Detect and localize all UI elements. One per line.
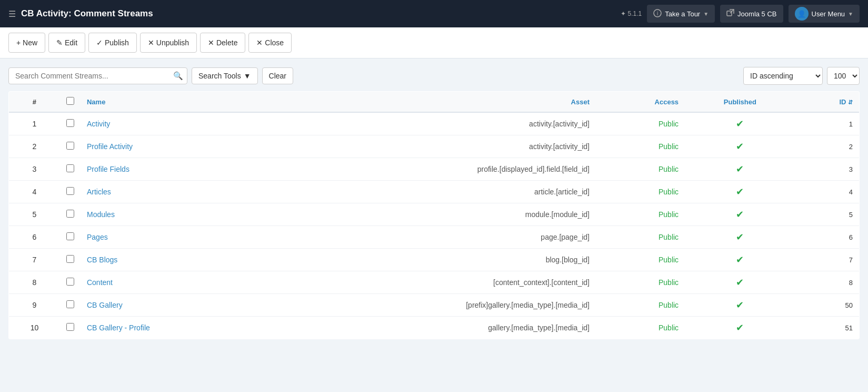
access-badge: Public	[659, 188, 679, 196]
row-id-cell: 50	[795, 294, 860, 317]
row-checkbox[interactable]	[66, 164, 74, 172]
publish-button[interactable]: ✓ Publish	[88, 33, 137, 53]
row-published-cell: ✔	[685, 181, 795, 203]
row-name-link[interactable]: Pages	[87, 233, 108, 241]
edit-button[interactable]: ✎ Edit	[48, 33, 85, 53]
col-checkbox-all[interactable]	[60, 92, 81, 113]
row-name-cell: Pages	[81, 226, 265, 249]
row-published-cell: ✔	[685, 249, 795, 271]
search-tools-button[interactable]: Search Tools ▼	[192, 67, 258, 84]
row-id-cell: 1	[795, 112, 860, 135]
row-num: 2	[9, 135, 60, 158]
row-name-link[interactable]: CB Gallery	[87, 301, 123, 309]
row-name-link[interactable]: CB Blogs	[87, 256, 117, 264]
take-a-tour-button[interactable]: i Take a Tour ▼	[647, 5, 715, 23]
row-id-value: 4	[849, 188, 853, 196]
row-checkbox-cell[interactable]	[60, 135, 81, 158]
row-name-link[interactable]: Profile Activity	[87, 142, 133, 151]
row-num: 3	[9, 158, 60, 181]
col-published-header[interactable]: Published	[685, 92, 795, 113]
sort-select[interactable]: ID ascendingID descendingName ascendingN…	[743, 67, 823, 85]
row-num: 5	[9, 203, 60, 226]
row-asset-cell: profile.[displayed_id].field.[field_id]	[265, 158, 596, 181]
published-check-icon: ✔	[736, 322, 744, 333]
row-access-cell: Public	[596, 112, 685, 135]
row-checkbox[interactable]	[66, 278, 74, 286]
col-access-header[interactable]: Access	[596, 92, 685, 113]
row-name-link[interactable]: Activity	[87, 120, 110, 128]
row-name-link[interactable]: CB Gallery - Profile	[87, 324, 150, 332]
row-name-cell: Activity	[81, 112, 265, 135]
col-asset-header[interactable]: Asset	[265, 92, 596, 113]
search-tools-chevron-icon: ▼	[244, 72, 251, 80]
row-checkbox[interactable]	[66, 255, 74, 263]
clear-button[interactable]: Clear	[262, 67, 293, 84]
row-published-cell: ✔	[685, 112, 795, 135]
col-name-header[interactable]: Name	[81, 92, 265, 113]
row-asset-cell: page.[page_id]	[265, 226, 596, 249]
new-button[interactable]: + New	[8, 33, 45, 53]
row-name-link[interactable]: Content	[87, 278, 113, 287]
row-checkbox[interactable]	[66, 232, 74, 240]
row-id-cell: 3	[795, 158, 860, 181]
row-published-cell: ✔	[685, 203, 795, 226]
table-row: 9 CB Gallery [prefix]gallery.[media_type…	[9, 294, 860, 317]
row-access-cell: Public	[596, 294, 685, 317]
row-id-value: 7	[849, 256, 853, 264]
row-id-cell: 2	[795, 135, 860, 158]
joomla-button[interactable]: Joomla 5 CB	[720, 5, 783, 23]
row-checkbox[interactable]	[66, 300, 74, 308]
table-row: 2 Profile Activity activity.[activity_id…	[9, 135, 860, 158]
row-name-link[interactable]: Profile Fields	[87, 165, 129, 173]
row-checkbox-cell[interactable]	[60, 294, 81, 317]
access-badge: Public	[659, 120, 679, 128]
row-id-cell: 4	[795, 181, 860, 203]
row-num: 6	[9, 226, 60, 249]
search-input[interactable]	[8, 67, 187, 84]
row-checkbox[interactable]	[66, 119, 74, 127]
row-checkbox-cell[interactable]	[60, 112, 81, 135]
row-asset-cell: article.[article_id]	[265, 181, 596, 203]
row-id-value: 5	[849, 211, 853, 219]
unpublish-button[interactable]: ✕ Unpublish	[140, 33, 197, 53]
row-asset-cell: module.[module_id]	[265, 203, 596, 226]
row-checkbox-cell[interactable]	[60, 181, 81, 203]
published-check-icon: ✔	[736, 187, 744, 197]
access-badge: Public	[659, 233, 679, 241]
published-check-icon: ✔	[736, 164, 744, 174]
row-checkbox[interactable]	[66, 187, 74, 195]
row-asset-cell: [prefix]gallery.[media_type].[media_id]	[265, 294, 596, 317]
row-checkbox[interactable]	[66, 210, 74, 218]
search-submit-button[interactable]: 🔍	[173, 71, 183, 81]
select-all-checkbox[interactable]	[66, 97, 74, 105]
row-checkbox-cell[interactable]	[60, 249, 81, 271]
toolbar: + New ✎ Edit ✓ Publish ✕ Unpublish ✕ Del…	[0, 27, 868, 58]
user-avatar-icon: 👤	[795, 7, 809, 21]
row-checkbox[interactable]	[66, 323, 74, 331]
close-button[interactable]: ✕ Close	[248, 33, 292, 53]
row-id-cell: 51	[795, 317, 860, 339]
row-checkbox-cell[interactable]	[60, 317, 81, 339]
row-num: 10	[9, 317, 60, 339]
row-name-cell: CB Gallery	[81, 294, 265, 317]
limit-select[interactable]: 51015202550100All	[827, 67, 860, 85]
row-checkbox[interactable]	[66, 142, 74, 150]
row-checkbox-cell[interactable]	[60, 203, 81, 226]
table-row: 8 Content [content_context].[content_id]…	[9, 271, 860, 294]
row-name-cell: Modules	[81, 203, 265, 226]
row-checkbox-cell[interactable]	[60, 226, 81, 249]
row-published-cell: ✔	[685, 317, 795, 339]
row-access-cell: Public	[596, 158, 685, 181]
row-name-cell: Content	[81, 271, 265, 294]
row-checkbox-cell[interactable]	[60, 271, 81, 294]
row-name-link[interactable]: Articles	[87, 188, 111, 196]
row-name-cell: CB Gallery - Profile	[81, 317, 265, 339]
user-menu-button[interactable]: 👤 User Menu ▼	[789, 5, 860, 23]
row-name-cell: Profile Activity	[81, 135, 265, 158]
row-name-link[interactable]: Modules	[87, 210, 115, 219]
row-id-value: 6	[849, 233, 853, 241]
row-id-value: 2	[849, 143, 853, 151]
delete-button[interactable]: ✕ Delete	[200, 33, 245, 53]
col-id-header[interactable]: ID ⇵	[795, 92, 860, 113]
row-checkbox-cell[interactable]	[60, 158, 81, 181]
